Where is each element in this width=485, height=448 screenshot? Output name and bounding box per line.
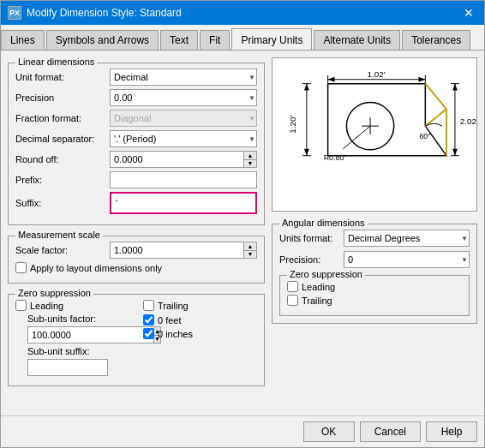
title-bar-left: PX Modify Dimension Style: Standard [8,6,182,20]
angular-trailing-row: Trailing [287,295,462,306]
zero-feet-checkbox[interactable] [143,314,154,326]
subunit-factor-spinner-row: ▲ ▼ [15,326,129,343]
scale-factor-input[interactable] [110,242,243,259]
angular-units-format-select[interactable]: Decimal Degrees [344,230,470,247]
round-off-label: Round off: [15,154,110,164]
scale-factor-spinner-buttons: ▲ ▼ [243,242,257,259]
round-off-input[interactable] [110,151,243,168]
measurement-scale-title: Measurement scale [15,230,103,240]
decimal-separator-row: Decimal separator: '.' (Period) ▼ [15,130,257,147]
trailing-label: Trailing [158,301,189,311]
tab-text[interactable]: Text [160,30,198,50]
subunit-factor-row: Sub-units factor: [15,314,129,324]
angular-zero-suppression-group: Zero suppression Leading Trailing [279,275,470,316]
bottom-bar: OK Cancel Help [1,415,484,447]
decimal-separator-select-wrapper[interactable]: '.' (Period) ▼ [110,130,257,147]
tab-bar: Lines Symbols and Arrows Text Fit Primar… [1,25,484,51]
zero-inches-label: 0 inches [158,329,193,339]
scale-factor-label: Scale factor: [15,245,110,255]
angular-trailing-label: Trailing [302,296,332,306]
precision-select-wrapper[interactable]: 0.00 ▼ [110,89,257,106]
fraction-format-select[interactable]: Diagonal [110,110,257,127]
zero-inches-checkbox[interactable] [143,328,154,339]
left-panel: Linear dimensions Unit format: Decimal ▼… [8,57,265,409]
zero-feet-label: 0 feet [158,315,182,326]
angular-precision-select[interactable]: 0 [344,251,470,268]
ok-button[interactable]: OK [303,421,355,442]
decimal-separator-select[interactable]: '.' (Period) [110,130,257,147]
scale-factor-increment[interactable]: ▲ [244,242,256,251]
leading-checkbox[interactable] [15,300,27,311]
trailing-checkbox[interactable] [143,300,154,311]
zero-feet-row: 0 feet [143,314,257,326]
suffix-input[interactable] [112,194,254,212]
scale-factor-row: Scale factor: ▲ ▼ [15,242,257,259]
subunit-suffix-input-row [15,359,129,376]
svg-text:1.20': 1.20' [288,115,297,133]
cancel-button[interactable]: Cancel [360,421,421,442]
round-off-decrement[interactable]: ▼ [244,160,256,168]
round-off-row: Round off: ▲ ▼ [15,151,257,168]
angular-leading-checkbox[interactable] [287,281,298,292]
zero-suppression-title: Zero suppression [15,288,93,298]
fraction-format-label: Fraction format: [15,113,110,123]
suffix-row: Suffix: [15,192,257,214]
unit-format-select-wrapper[interactable]: Decimal ▼ [110,69,257,86]
tab-tolerances[interactable]: Tolerances [402,30,470,50]
round-off-spinner[interactable]: ▲ ▼ [110,151,257,168]
svg-text:R0.80': R0.80' [324,153,346,162]
tab-lines[interactable]: Lines [1,30,45,50]
round-off-increment[interactable]: ▲ [244,152,256,160]
main-window: PX Modify Dimension Style: Standard ✕ Li… [0,0,485,448]
zero-suppression-right: Trailing 0 feet 0 inches [143,300,257,379]
subunit-section: Sub-units factor: ▲ ▼ [15,314,129,376]
apply-layout-checkbox[interactable] [15,262,27,273]
leading-label: Leading [30,301,63,311]
subunit-suffix-row: Sub-unit suffix: [15,346,129,356]
scale-factor-spinner[interactable]: ▲ ▼ [110,242,257,259]
right-panel: 1.02' 1.20' [272,57,477,409]
tab-fit[interactable]: Fit [200,30,230,50]
angular-precision-row: Precision: 0 ▼ [279,251,470,268]
subunit-factor-input[interactable] [27,326,153,343]
svg-text:1.02': 1.02' [367,69,385,79]
suffix-highlight-border [110,192,257,214]
subunit-factor-spinner[interactable]: ▲ ▼ [27,326,122,343]
zero-suppression-group: Zero suppression Leading Sub-units facto… [8,294,265,386]
angular-leading-label: Leading [302,282,335,292]
svg-text:2.02': 2.02' [460,116,476,126]
precision-select[interactable]: 0.00 [110,89,257,106]
app-icon: PX [8,6,21,20]
angular-precision-select-wrapper[interactable]: 0 ▼ [344,251,470,268]
close-button[interactable]: ✕ [460,6,477,20]
angular-units-format-row: Units format: Decimal Degrees ▼ [279,230,470,247]
linear-dimensions-group: Linear dimensions Unit format: Decimal ▼… [8,63,265,225]
round-off-spinner-buttons: ▲ ▼ [243,151,257,168]
title-bar: PX Modify Dimension Style: Standard ✕ [1,1,484,25]
fraction-format-row: Fraction format: Diagonal ▼ [15,110,257,127]
angular-trailing-checkbox[interactable] [287,295,298,306]
content-area: Linear dimensions Unit format: Decimal ▼… [1,51,484,415]
prefix-input[interactable] [110,171,257,188]
scale-factor-decrement[interactable]: ▼ [244,251,256,259]
subunit-suffix-label: Sub-unit suffix: [27,346,110,356]
svg-text:60": 60" [419,132,430,140]
subunit-suffix-input[interactable] [27,359,108,376]
tab-alternate-units[interactable]: Alternate Units [314,30,400,50]
tab-primary-units[interactable]: Primary Units [231,28,312,50]
angular-units-format-select-wrapper[interactable]: Decimal Degrees ▼ [344,230,470,247]
prefix-row: Prefix: [15,171,257,188]
help-button[interactable]: Help [426,421,477,442]
apply-layout-row: Apply to layout dimensions only [15,262,257,273]
measurement-scale-group: Measurement scale Scale factor: ▲ ▼ Appl… [8,236,265,284]
decimal-separator-label: Decimal separator: [15,134,110,144]
unit-format-label: Unit format: [15,72,110,82]
precision-label: Precision [15,93,110,103]
svg-rect-0 [277,58,471,211]
angular-dimensions-title: Angular dimensions [279,218,368,228]
fraction-format-select-wrapper[interactable]: Diagonal ▼ [110,110,257,127]
linear-dimensions-title: Linear dimensions [15,57,97,67]
zero-suppression-cols: Leading Sub-units factor: ▲ [15,300,257,379]
unit-format-select[interactable]: Decimal [110,69,257,86]
tab-symbols-and-arrows[interactable]: Symbols and Arrows [46,30,159,50]
